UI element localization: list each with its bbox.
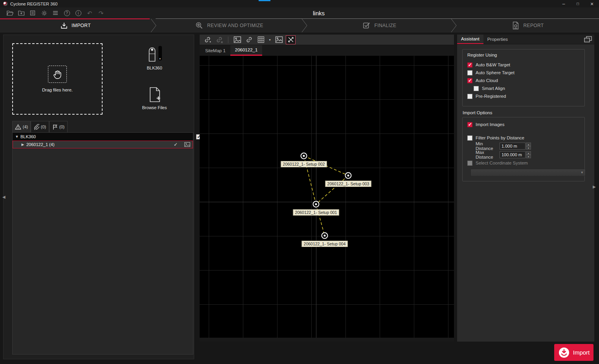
annotations-count: (0) — [59, 124, 64, 129]
setup-node[interactable] — [345, 172, 352, 179]
show-links-icon[interactable] — [244, 35, 254, 44]
redo-icon[interactable]: ↷ — [96, 8, 106, 18]
max-distance-row: Max Distance — [467, 150, 580, 159]
app-logo-icon[interactable] — [3, 2, 7, 6]
browse-files-button[interactable]: Browse Files — [132, 87, 176, 110]
min-distance-input[interactable] — [500, 143, 526, 150]
panoramic-image-icon[interactable] — [274, 35, 284, 44]
setup-node[interactable] — [301, 153, 307, 159]
visual-alignment-icon[interactable] — [286, 35, 296, 44]
manage-projects-icon[interactable] — [28, 8, 38, 18]
workflow-step-review[interactable]: REVIEW AND OPTIMIZE — [156, 18, 302, 33]
setup-dot-icon — [324, 235, 326, 237]
grid-settings-caret-icon[interactable] — [268, 35, 272, 44]
warnings-tab[interactable]: (4) — [12, 121, 31, 132]
workflow-step-import[interactable]: IMPORT — [0, 18, 151, 33]
undo-glyph: ↶ — [87, 10, 92, 16]
option-label: Auto Sphere Target — [476, 70, 514, 75]
scan-image-icon[interactable] — [184, 142, 190, 147]
setup-label[interactable]: 2060122_1- Setup 002 — [281, 161, 327, 167]
option-label: Pre-Registered — [476, 94, 506, 99]
sitemap-toolbar — [200, 35, 454, 45]
workflow-step-label: REVIEW AND OPTIMIZE — [207, 23, 263, 28]
workflow-step-report[interactable]: REPORT — [457, 18, 599, 33]
tree-row-device[interactable]: ▼ BLK360 — [13, 133, 193, 141]
detach-panel-button[interactable] — [582, 35, 594, 44]
option-pre-registered[interactable]: Pre-Registered — [467, 92, 580, 100]
application-window: Cyclone REGISTER 360 ? i ↶ ↷ links — [0, 0, 599, 364]
setup-node[interactable] — [322, 232, 328, 239]
coordinate-system-dropdown[interactable] — [470, 169, 586, 176]
tree-row-scan-group[interactable]: ▶ 2060122_1 (4) ✓ — [13, 141, 193, 148]
collapse-arrow-icon[interactable]: ▼ — [15, 135, 19, 139]
settings-gear-icon[interactable] — [39, 8, 49, 18]
blk360-device-button[interactable]: BLK360 — [132, 46, 176, 70]
file-dropzone[interactable]: Drag files here. — [12, 43, 103, 115]
create-link-icon[interactable] — [202, 35, 212, 44]
annotations-tab[interactable]: (0) — [49, 121, 68, 132]
option-auto-bw-target[interactable]: Auto B&W Target — [467, 61, 580, 69]
setup-label[interactable]: 2060122_1- Setup 001 — [293, 209, 339, 216]
setup-dot-icon — [347, 175, 349, 177]
maximize-button[interactable] — [571, 0, 585, 7]
external-window-sliver — [259, 0, 270, 1]
browse-files-icon — [148, 87, 161, 102]
report-step-icon — [512, 21, 520, 30]
option-auto-sphere-target[interactable]: Auto Sphere Target — [467, 69, 580, 77]
scan-tree: ▼ BLK360 ▶ 2060122_1 (4) ✓ — [12, 132, 193, 355]
grid-settings-icon[interactable] — [256, 35, 266, 44]
expand-arrow-icon[interactable]: ▶ — [21, 143, 25, 146]
review-step-icon — [195, 21, 204, 30]
browse-files-label: Browse Files — [132, 105, 176, 110]
collapse-left-panel-arrow[interactable] — [2, 195, 6, 199]
option-auto-cloud[interactable]: Auto Cloud — [467, 77, 580, 84]
tab-properties[interactable]: Properties — [483, 35, 512, 44]
setup-node[interactable] — [313, 201, 320, 208]
titlebar: Cyclone REGISTER 360 — [0, 0, 599, 7]
spinner-down-icon[interactable] — [526, 146, 531, 150]
setup-dot-icon — [315, 203, 317, 205]
option-smart-align[interactable]: Smart Align — [467, 84, 580, 92]
spinner-up-icon[interactable] — [526, 143, 531, 146]
import-button[interactable]: Import — [554, 344, 593, 361]
smart-align-checkbox — [474, 86, 479, 91]
option-coordinate-system[interactable]: Select Coordinate System — [467, 159, 580, 167]
setup-label[interactable]: 2060122_1- Setup 004 — [302, 241, 348, 247]
redo-glyph: ↷ — [99, 10, 104, 16]
window-title: Cyclone REGISTER 360 — [10, 2, 57, 6]
help-icon[interactable]: ? — [62, 8, 72, 18]
blk360-dropdown-handle[interactable] — [158, 46, 162, 60]
max-distance-input[interactable] — [500, 151, 526, 158]
option-import-images[interactable]: Import Images — [467, 121, 580, 128]
import-button-label: Import — [573, 349, 590, 356]
tab-assistant[interactable]: Assistant — [457, 35, 483, 44]
close-button[interactable] — [585, 0, 599, 7]
attachments-tab[interactable]: (0) — [31, 121, 49, 132]
collapse-right-panel-arrow[interactable] — [593, 185, 596, 189]
scan-preview-icon[interactable] — [232, 35, 242, 44]
delete-link-icon[interactable] — [214, 35, 224, 44]
coordinate-system-checkbox — [467, 161, 472, 166]
min-distance-label: Min Distance — [467, 141, 500, 151]
spinner-up-icon[interactable] — [526, 151, 531, 155]
workflow-step-label: IMPORT — [72, 23, 91, 28]
tab-scan-group[interactable]: 2060122_1 — [230, 45, 263, 56]
workflow-step-finalize[interactable]: FINALIZE — [307, 18, 451, 33]
workflow-step-label: REPORT — [523, 23, 544, 28]
storage-list-icon[interactable] — [50, 8, 61, 18]
open-project-icon[interactable] — [5, 8, 15, 18]
setup-dot-icon — [303, 155, 305, 157]
warning-icon — [15, 124, 21, 130]
about-icon[interactable]: i — [73, 8, 83, 18]
sitemap-canvas[interactable]: 2060122_1- Setup 0022060122_1- Setup 003… — [200, 56, 454, 338]
chevron-separator-icon — [451, 19, 457, 32]
tab-sitemap-1[interactable]: SiteMap 1 — [200, 45, 230, 56]
minimize-button[interactable] — [557, 0, 571, 7]
option-filter-points[interactable]: Filter Points by Distance — [467, 134, 580, 142]
spinner-down-icon[interactable] — [526, 155, 531, 158]
setup-label[interactable]: 2060122_1- Setup 003 — [325, 181, 371, 187]
annotations-icon — [52, 124, 58, 130]
import-project-icon[interactable] — [16, 8, 26, 18]
undo-icon[interactable]: ↶ — [85, 8, 95, 18]
import-download-icon — [558, 347, 570, 359]
